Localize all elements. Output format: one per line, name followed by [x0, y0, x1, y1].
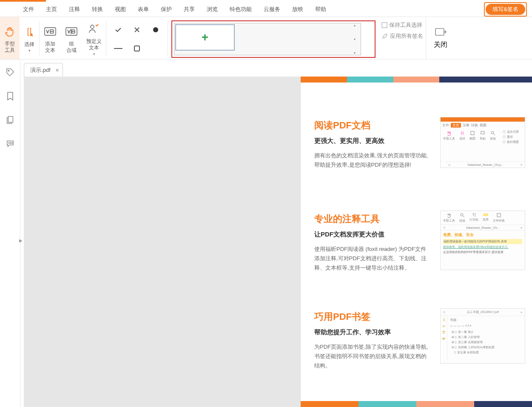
svg-point-13	[11, 142, 12, 143]
tab-title: 演示.pdf	[30, 66, 51, 74]
comments-icon[interactable]	[5, 139, 15, 149]
plus-icon: +	[202, 31, 208, 44]
svg-rect-19	[497, 213, 501, 217]
left-sidebar: ▶	[0, 60, 20, 407]
symbol-dot[interactable]	[147, 21, 164, 38]
svg-point-11	[9, 142, 9, 143]
svg-rect-15	[481, 131, 484, 134]
signature-area-highlight: + ▴▾▾	[171, 20, 376, 58]
feature-title: 专业的注释工具	[314, 213, 429, 225]
apply-all-label: 应用所有签名	[390, 32, 423, 40]
menu-file[interactable]: 文件	[17, 2, 40, 17]
tool-hand-label: 手型工具	[5, 41, 15, 54]
document-tabs: 演示.pdf ×	[24, 63, 63, 77]
symbol-grid	[106, 17, 168, 61]
tag-icon[interactable]	[5, 67, 15, 77]
fill-sign-tab[interactable]: 填写&签名	[486, 4, 525, 15]
tool-add-text-label: 添加文本	[45, 41, 55, 54]
page-gutter	[24, 77, 300, 407]
svg-rect-18	[483, 213, 488, 216]
tool-combine-field[interactable]: 组合域	[61, 17, 82, 59]
svg-rect-14	[471, 131, 474, 135]
document-area: 阅读PDF文档 更强大、更实用、更高效 拥有出色的文档渲染效果,强大的页面管理功…	[24, 77, 532, 407]
symbol-rect[interactable]	[128, 40, 145, 57]
apply-all-button[interactable]: 应用所有签名	[381, 32, 423, 40]
svg-point-4	[153, 27, 158, 32]
symbol-line[interactable]	[110, 40, 127, 57]
hand-icon	[4, 23, 15, 40]
bookmark-icon[interactable]	[5, 91, 15, 101]
gallery-scroll[interactable]: ▴▾▾	[354, 23, 360, 55]
menu-cloud[interactable]: 云服务	[258, 2, 286, 17]
pdf-page[interactable]: 阅读PDF文档 更强大、更实用、更高效 拥有出色的文档渲染效果,强大的页面管理功…	[300, 77, 532, 407]
symbol-check[interactable]	[110, 21, 127, 38]
pages-icon[interactable]	[5, 115, 15, 125]
tool-select[interactable]: 选择 ▾	[20, 17, 39, 59]
menu-special[interactable]: 特色功能	[224, 2, 258, 17]
tool-select-label: 选择	[24, 41, 34, 48]
feature-bookmark: 巧用PDF书签 帮助您提升工作、学习效率 为PDF页面添加书签,除了实现内容的快…	[314, 310, 429, 370]
svg-point-17	[461, 213, 463, 216]
svg-rect-6	[134, 46, 139, 51]
tool-predefined-label: 预定义文本	[86, 38, 102, 51]
menu-form[interactable]: 表单	[132, 2, 155, 17]
add-text-icon	[44, 23, 57, 40]
svg-rect-5	[114, 48, 122, 49]
menu-view[interactable]: 视图	[109, 2, 132, 17]
feature-body: 使用福昕PDF阅读器 (foxit reader) 为PDF文件添加注释,可对P…	[314, 245, 429, 273]
feature-subtitle: 帮助您提升工作、学习效率	[314, 328, 429, 336]
feature-read-thumb: 文件主页注释转换视图 手型工具 选择 截图 剪贴 缩放 ▢ 适合页面 ▢ 重排 …	[440, 117, 525, 168]
dropdown-icon: ▾	[28, 48, 31, 53]
feature-body: 拥有出色的文档渲染效果,强大的页面管理功能,帮助提升效率,是您阅读PDF的理想选…	[314, 151, 429, 170]
predefined-icon	[88, 20, 100, 37]
feature-annotate-thumb: 手型工具 缩放 T|打字机 高亮 文件转换 ◇Datasheet_Reader_…	[440, 211, 525, 270]
svg-point-9	[8, 70, 9, 71]
feature-body: 为PDF页面添加书签,除了实现内容的快速导航,书签还能指明不同书签的层级关系,展…	[314, 342, 429, 370]
svg-rect-10	[8, 117, 13, 122]
menu-browse[interactable]: 浏览	[201, 2, 224, 17]
separator	[168, 21, 168, 55]
svg-point-3	[91, 25, 94, 28]
ribbon: 手型工具 选择 ▾ 添加文本 组合域 预定义文本 ▾	[0, 17, 532, 60]
feature-title: 巧用PDF书签	[314, 310, 429, 323]
feature-subtitle: 更强大、更实用、更高效	[314, 137, 429, 145]
symbol-x[interactable]	[128, 21, 145, 38]
signature-gallery[interactable]: + ▴▾▾	[174, 23, 361, 55]
fill-sign-highlight: 填写&签名	[484, 2, 527, 17]
close-icon	[434, 27, 447, 38]
close-fillsign[interactable]: 关闭	[426, 17, 455, 59]
tool-add-text[interactable]: 添加文本	[40, 17, 61, 59]
menu-share[interactable]: 共享	[178, 2, 201, 17]
svg-rect-1	[66, 28, 77, 35]
menu-comment[interactable]: 注释	[63, 2, 86, 17]
tab-close-icon[interactable]: ×	[56, 67, 59, 74]
menu-convert[interactable]: 转换	[86, 2, 109, 17]
feature-title: 阅读PDF文档	[314, 119, 429, 132]
page-bottom-stripe	[301, 401, 532, 407]
add-signature-button[interactable]: +	[175, 24, 235, 51]
keep-tool-checkbox[interactable]: 保持工具选择	[381, 21, 423, 29]
tool-combine-label: 组合域	[66, 41, 77, 54]
document-tab[interactable]: 演示.pdf ×	[24, 63, 63, 77]
tool-hand[interactable]: 手型工具	[0, 17, 20, 59]
svg-point-16	[491, 131, 494, 134]
svg-rect-7	[382, 23, 387, 28]
menu-play[interactable]: 放映	[286, 2, 309, 17]
page-color-stripe	[301, 77, 532, 83]
keep-tool-label: 保持工具选择	[389, 21, 422, 29]
select-icon	[24, 23, 35, 40]
feature-annotate: 专业的注释工具 让PDF文档发挥更大价值 使用福昕PDF阅读器 (foxit r…	[314, 213, 429, 273]
feature-bookmark-thumb: ◇员工手册_20120917.pdf× ▯▭☰✉ 书签 ▭ ▭ ▭ ▭ A A …	[440, 308, 525, 364]
expand-sidebar[interactable]: ▶	[19, 238, 23, 243]
menu-bar: 文件 主页 注释 转换 视图 表单 保护 共享 浏览 特色功能 云服务 放映 帮…	[0, 2, 532, 17]
menu-help[interactable]: 帮助	[309, 2, 332, 17]
svg-rect-8	[435, 28, 444, 35]
menu-protect[interactable]: 保护	[155, 2, 178, 17]
menu-home[interactable]: 主页	[40, 2, 63, 17]
combine-icon	[65, 23, 78, 40]
tool-predefined-text[interactable]: 预定义文本 ▾	[82, 17, 106, 59]
feature-subtitle: 让PDF文档发挥更大价值	[314, 231, 429, 239]
signature-options: 保持工具选择 应用所有签名	[379, 17, 426, 44]
feature-read: 阅读PDF文档 更强大、更实用、更高效 拥有出色的文档渲染效果,强大的页面管理功…	[314, 119, 429, 170]
close-label: 关闭	[434, 40, 447, 49]
